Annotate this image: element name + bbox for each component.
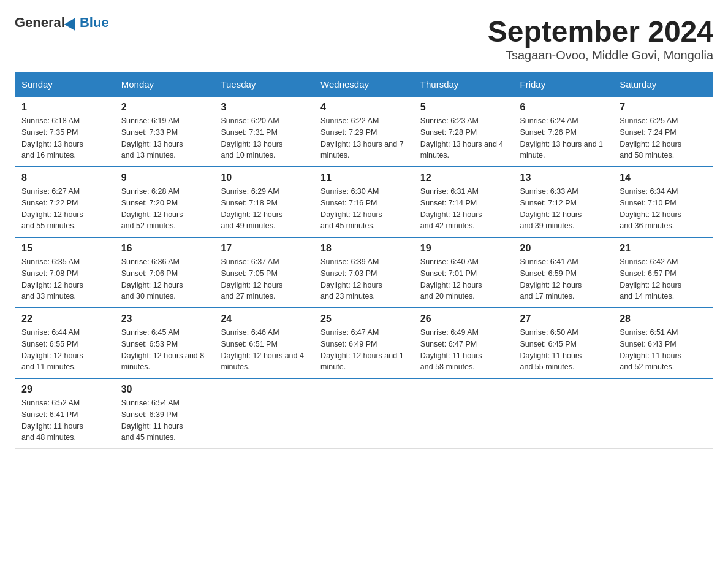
header-thursday: Thursday	[414, 73, 514, 97]
day-info: Sunrise: 6:47 AM Sunset: 6:49 PM Dayligh…	[320, 327, 408, 373]
day-info: Sunrise: 6:50 AM Sunset: 6:45 PM Dayligh…	[520, 327, 607, 373]
day-info: Sunrise: 6:33 AM Sunset: 7:12 PM Dayligh…	[520, 186, 607, 232]
day-number: 17	[221, 243, 308, 254]
day-info: Sunrise: 6:51 AM Sunset: 6:43 PM Dayligh…	[620, 327, 707, 373]
day-number: 5	[420, 102, 507, 113]
day-info: Sunrise: 6:46 AM Sunset: 6:51 PM Dayligh…	[221, 327, 308, 373]
calendar-title: September 2024	[488, 15, 713, 48]
calendar-week-row: 1 Sunrise: 6:18 AM Sunset: 7:35 PM Dayli…	[15, 96, 713, 167]
day-info: Sunrise: 6:39 AM Sunset: 7:03 PM Dayligh…	[320, 256, 408, 302]
logo-triangle-icon	[64, 15, 80, 31]
day-number: 10	[221, 172, 308, 183]
day-number: 13	[520, 172, 607, 183]
table-row	[314, 378, 414, 449]
calendar-week-row: 29 Sunrise: 6:52 AM Sunset: 6:41 PM Dayl…	[15, 378, 713, 449]
table-row: 10 Sunrise: 6:29 AM Sunset: 7:18 PM Dayl…	[214, 167, 314, 237]
table-row	[514, 378, 613, 449]
table-row	[414, 378, 514, 449]
table-row: 5 Sunrise: 6:23 AM Sunset: 7:28 PM Dayli…	[414, 96, 514, 167]
page-header: General Blue September 2024 Tsagaan-Ovoo…	[15, 15, 713, 63]
table-row: 4 Sunrise: 6:22 AM Sunset: 7:29 PM Dayli…	[314, 96, 414, 167]
table-row	[214, 378, 314, 449]
header-wednesday: Wednesday	[314, 73, 414, 97]
day-info: Sunrise: 6:40 AM Sunset: 7:01 PM Dayligh…	[420, 256, 507, 302]
day-number: 3	[221, 102, 308, 113]
day-info: Sunrise: 6:42 AM Sunset: 6:57 PM Dayligh…	[620, 256, 707, 302]
day-number: 1	[21, 102, 108, 113]
table-row: 16 Sunrise: 6:36 AM Sunset: 7:06 PM Dayl…	[115, 237, 214, 308]
day-info: Sunrise: 6:18 AM Sunset: 7:35 PM Dayligh…	[21, 115, 108, 161]
day-number: 9	[121, 172, 208, 183]
day-info: Sunrise: 6:45 AM Sunset: 6:53 PM Dayligh…	[121, 327, 208, 373]
table-row: 26 Sunrise: 6:49 AM Sunset: 6:47 PM Dayl…	[414, 308, 514, 378]
table-row: 21 Sunrise: 6:42 AM Sunset: 6:57 PM Dayl…	[613, 237, 713, 308]
day-info: Sunrise: 6:37 AM Sunset: 7:05 PM Dayligh…	[221, 256, 308, 302]
day-info: Sunrise: 6:23 AM Sunset: 7:28 PM Dayligh…	[420, 115, 507, 161]
calendar-table: Sunday Monday Tuesday Wednesday Thursday…	[15, 72, 713, 449]
logo-general-text: General	[15, 15, 65, 31]
day-number: 15	[21, 243, 108, 254]
day-number: 18	[320, 243, 408, 254]
table-row: 19 Sunrise: 6:40 AM Sunset: 7:01 PM Dayl…	[414, 237, 514, 308]
header-saturday: Saturday	[613, 73, 713, 97]
table-row: 13 Sunrise: 6:33 AM Sunset: 7:12 PM Dayl…	[514, 167, 613, 237]
day-number: 12	[420, 172, 507, 183]
table-row: 8 Sunrise: 6:27 AM Sunset: 7:22 PM Dayli…	[15, 167, 115, 237]
table-row: 6 Sunrise: 6:24 AM Sunset: 7:26 PM Dayli…	[514, 96, 613, 167]
logo-blue-text: Blue	[80, 15, 109, 31]
table-row	[613, 378, 713, 449]
day-number: 14	[620, 172, 707, 183]
logo: General Blue	[15, 15, 109, 31]
table-row: 22 Sunrise: 6:44 AM Sunset: 6:55 PM Dayl…	[15, 308, 115, 378]
day-info: Sunrise: 6:44 AM Sunset: 6:55 PM Dayligh…	[21, 327, 108, 373]
day-number: 27	[520, 313, 607, 324]
day-number: 22	[21, 313, 108, 324]
day-info: Sunrise: 6:52 AM Sunset: 6:41 PM Dayligh…	[21, 397, 108, 443]
table-row: 17 Sunrise: 6:37 AM Sunset: 7:05 PM Dayl…	[214, 237, 314, 308]
day-number: 20	[520, 243, 607, 254]
table-row: 7 Sunrise: 6:25 AM Sunset: 7:24 PM Dayli…	[613, 96, 713, 167]
table-row: 3 Sunrise: 6:20 AM Sunset: 7:31 PM Dayli…	[214, 96, 314, 167]
table-row: 20 Sunrise: 6:41 AM Sunset: 6:59 PM Dayl…	[514, 237, 613, 308]
table-row: 27 Sunrise: 6:50 AM Sunset: 6:45 PM Dayl…	[514, 308, 613, 378]
day-number: 21	[620, 243, 707, 254]
day-number: 29	[21, 384, 108, 395]
table-row: 11 Sunrise: 6:30 AM Sunset: 7:16 PM Dayl…	[314, 167, 414, 237]
day-info: Sunrise: 6:30 AM Sunset: 7:16 PM Dayligh…	[320, 186, 408, 232]
table-row: 15 Sunrise: 6:35 AM Sunset: 7:08 PM Dayl…	[15, 237, 115, 308]
day-number: 26	[420, 313, 507, 324]
title-section: September 2024 Tsagaan-Ovoo, Middle Govi…	[488, 15, 713, 63]
day-number: 23	[121, 313, 208, 324]
table-row: 24 Sunrise: 6:46 AM Sunset: 6:51 PM Dayl…	[214, 308, 314, 378]
header-monday: Monday	[115, 73, 214, 97]
header-friday: Friday	[514, 73, 613, 97]
table-row: 25 Sunrise: 6:47 AM Sunset: 6:49 PM Dayl…	[314, 308, 414, 378]
calendar-subtitle: Tsagaan-Ovoo, Middle Govi, Mongolia	[488, 48, 713, 63]
table-row: 30 Sunrise: 6:54 AM Sunset: 6:39 PM Dayl…	[115, 378, 214, 449]
day-number: 30	[121, 384, 208, 395]
calendar-week-row: 15 Sunrise: 6:35 AM Sunset: 7:08 PM Dayl…	[15, 237, 713, 308]
day-number: 2	[121, 102, 208, 113]
day-info: Sunrise: 6:41 AM Sunset: 6:59 PM Dayligh…	[520, 256, 607, 302]
day-number: 24	[221, 313, 308, 324]
day-number: 25	[320, 313, 408, 324]
day-info: Sunrise: 6:24 AM Sunset: 7:26 PM Dayligh…	[520, 115, 607, 161]
calendar-week-row: 8 Sunrise: 6:27 AM Sunset: 7:22 PM Dayli…	[15, 167, 713, 237]
day-info: Sunrise: 6:54 AM Sunset: 6:39 PM Dayligh…	[121, 397, 208, 443]
day-info: Sunrise: 6:22 AM Sunset: 7:29 PM Dayligh…	[320, 115, 408, 161]
calendar-week-row: 22 Sunrise: 6:44 AM Sunset: 6:55 PM Dayl…	[15, 308, 713, 378]
day-number: 4	[320, 102, 408, 113]
table-row: 18 Sunrise: 6:39 AM Sunset: 7:03 PM Dayl…	[314, 237, 414, 308]
day-info: Sunrise: 6:36 AM Sunset: 7:06 PM Dayligh…	[121, 256, 208, 302]
table-row: 28 Sunrise: 6:51 AM Sunset: 6:43 PM Dayl…	[613, 308, 713, 378]
table-row: 9 Sunrise: 6:28 AM Sunset: 7:20 PM Dayli…	[115, 167, 214, 237]
table-row: 12 Sunrise: 6:31 AM Sunset: 7:14 PM Dayl…	[414, 167, 514, 237]
day-info: Sunrise: 6:35 AM Sunset: 7:08 PM Dayligh…	[21, 256, 108, 302]
table-row: 23 Sunrise: 6:45 AM Sunset: 6:53 PM Dayl…	[115, 308, 214, 378]
day-number: 6	[520, 102, 607, 113]
header-tuesday: Tuesday	[214, 73, 314, 97]
day-number: 8	[21, 172, 108, 183]
day-info: Sunrise: 6:20 AM Sunset: 7:31 PM Dayligh…	[221, 115, 308, 161]
day-info: Sunrise: 6:29 AM Sunset: 7:18 PM Dayligh…	[221, 186, 308, 232]
day-number: 16	[121, 243, 208, 254]
